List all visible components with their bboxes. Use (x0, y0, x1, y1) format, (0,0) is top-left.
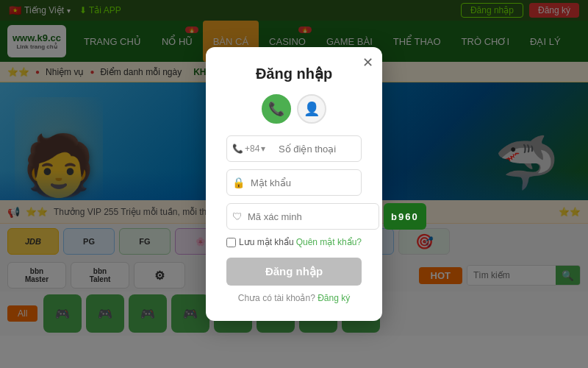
verify-code-button[interactable]: b960 (384, 203, 426, 230)
phone-prefix: 📞 +84 ▾ (232, 144, 265, 154)
modal-overlay: ✕ Đăng nhập 📞 👤 📞 +84 ▾ 🔒 (0, 0, 588, 368)
password-input[interactable] (226, 169, 362, 196)
forgot-password-link[interactable]: Quên mật khẩu? (296, 237, 362, 247)
remember-text: Lưu mật khẩu (239, 237, 294, 247)
login-button[interactable]: Đăng nhập (226, 258, 362, 286)
chevron-icon: ▾ (261, 144, 265, 154)
register-link[interactable]: Đăng ký (318, 293, 350, 303)
register-row: Chưa có tài khoản? Đăng ký (226, 293, 362, 303)
login-modal: ✕ Đăng nhập 📞 👤 📞 +84 ▾ 🔒 (206, 47, 382, 321)
phone-icon: 📞 (268, 101, 284, 117)
remember-label[interactable]: Lưu mật khẩu (226, 237, 294, 247)
phone-input-group: 📞 +84 ▾ (226, 135, 362, 162)
verify-input[interactable] (226, 203, 379, 230)
modal-close-button[interactable]: ✕ (362, 54, 373, 71)
modal-tabs: 📞 👤 (226, 94, 362, 124)
user-icon: 👤 (304, 101, 320, 117)
no-account-text: Chưa có tài khoản? (238, 293, 315, 303)
remember-row: Lưu mật khẩu Quên mật khẩu? (226, 237, 362, 247)
verify-group: 🛡 b960 (226, 203, 362, 230)
tab-phone[interactable]: 📞 (262, 94, 291, 124)
password-input-group: 🔒 (226, 169, 362, 196)
remember-checkbox[interactable] (226, 238, 236, 247)
modal-title: Đăng nhập (226, 65, 362, 82)
phone-flag: 📞 (232, 144, 243, 154)
shield-icon: 🛡 (232, 210, 243, 222)
lock-icon: 🔒 (232, 177, 245, 188)
phone-prefix-text: +84 (245, 144, 259, 154)
tab-user[interactable]: 👤 (297, 94, 326, 124)
